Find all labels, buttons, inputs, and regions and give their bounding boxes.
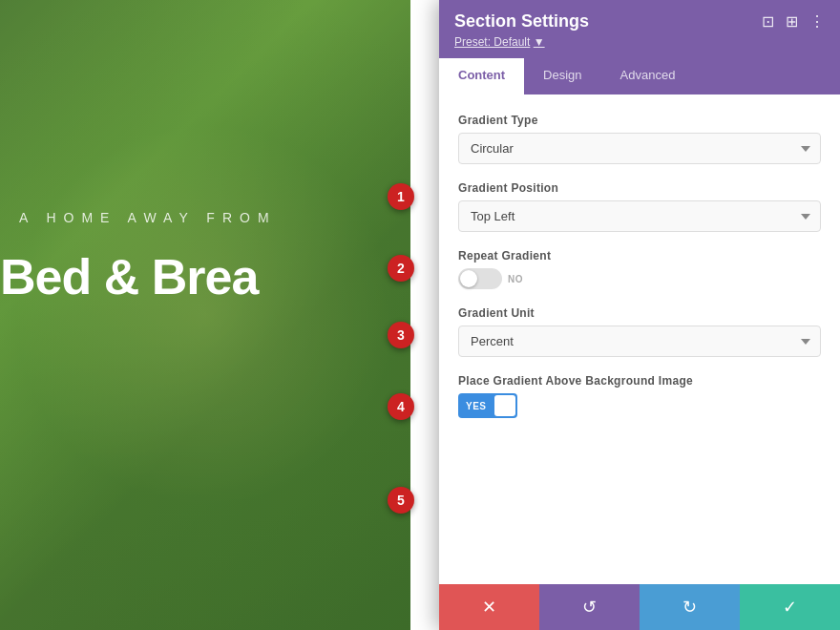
gradient-unit-label: Gradient Unit [458,306,821,320]
gradient-type-select[interactable]: Circular Linear Conical [458,133,821,164]
toggle-yes-label: YES [458,401,487,411]
bg-overlay [0,0,410,630]
redo-icon: ↻ [682,597,697,618]
panel-tabs: Content Design Advanced [439,58,840,94]
toggle-no-label: NO [508,274,523,284]
gradient-position-field: Gradient Position Top Left Top Center To… [458,181,821,232]
place-gradient-toggle-wrapper: YES [458,393,821,418]
toggle-yes-thumb [494,395,515,416]
bg-text-top: A HOME AWAY FROM [19,210,277,225]
resize-icon[interactable]: ⊡ [762,12,774,31]
gradient-type-field: Gradient Type Circular Linear Conical [458,114,821,164]
columns-icon[interactable]: ⊞ [786,12,798,31]
place-gradient-field: Place Gradient Above Background Image YE… [458,374,821,418]
panel-title: Section Settings [454,11,589,32]
repeat-gradient-label: Repeat Gradient [458,249,821,262]
more-icon[interactable]: ⋮ [809,12,825,31]
tab-content[interactable]: Content [439,58,524,94]
panel-header: Section Settings ⊡ ⊞ ⋮ Preset: Default ▼ [439,0,840,58]
panel-body: Gradient Type Circular Linear Conical Gr… [439,94,840,584]
annotation-2: 2 [388,255,414,282]
cancel-icon: ✕ [482,597,496,618]
gradient-type-label: Gradient Type [458,114,821,127]
gradient-position-label: Gradient Position [458,181,821,195]
annotation-3: 3 [388,322,414,348]
save-icon: ✓ [783,597,797,618]
place-gradient-toggle[interactable]: YES [458,393,517,418]
panel-header-icons: ⊡ ⊞ ⋮ [762,12,825,31]
repeat-gradient-field: Repeat Gradient NO [458,249,821,289]
repeat-gradient-toggle-wrapper: NO [458,268,821,289]
gradient-unit-field: Gradient Unit Percent Pixel [458,306,821,357]
reset-icon: ↺ [582,597,597,618]
repeat-gradient-toggle[interactable] [458,268,502,289]
panel-header-top: Section Settings ⊡ ⊞ ⋮ [454,11,825,32]
panel-footer: ✕ ↺ ↻ ✓ [439,584,840,630]
gradient-position-select[interactable]: Top Left Top Center Top Right Center Bot… [458,200,821,232]
gradient-unit-select[interactable]: Percent Pixel [458,326,821,357]
panel-preset[interactable]: Preset: Default ▼ [454,35,825,49]
cancel-button[interactable]: ✕ [439,584,539,630]
annotation-4: 4 [388,393,414,420]
settings-panel: Section Settings ⊡ ⊞ ⋮ Preset: Default ▼… [439,0,840,630]
background: A HOME AWAY FROM Bed & Brea [0,0,410,630]
annotation-5: 5 [388,487,414,514]
place-gradient-label: Place Gradient Above Background Image [458,374,821,388]
reset-button[interactable]: ↺ [539,584,640,630]
bg-text-bottom: Bed & Brea [0,248,258,305]
toggle-thumb [460,270,477,287]
annotation-1: 1 [388,183,414,210]
tab-design[interactable]: Design [524,58,600,94]
save-button[interactable]: ✓ [740,584,840,630]
redo-button[interactable]: ↻ [640,584,740,630]
tab-advanced[interactable]: Advanced [601,58,695,94]
